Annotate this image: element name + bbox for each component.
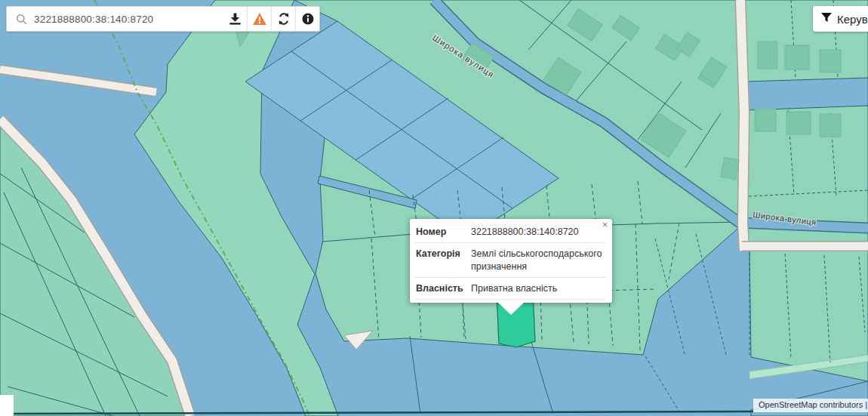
popup-label: Категорія [416,248,471,273]
popup-label: Номер [416,226,471,238]
parcel-info-popup: × Номер 3221888800:38:140:8720 Категорія… [410,219,612,303]
search-input[interactable]: 3221888800:38:140:8720 [34,14,223,25]
popup-row-category: Категорія Землі сільськогосподарського п… [416,243,605,278]
layers-button[interactable]: Керування [813,6,868,32]
popup-close-button[interactable]: × [602,220,608,230]
popup-value: Приватна власність [471,282,605,294]
layers-button-label: Керування [837,13,868,26]
map-canvas[interactable]: Широка вулиця Широка вулиця [0,0,868,416]
blue-channel [746,78,868,110]
filter-icon [821,12,832,26]
popup-row-number: Номер 3221888800:38:140:8720 [416,221,605,243]
popup-value: 3221888800:38:140:8720 [471,226,605,238]
popup-label: Власність [416,282,471,294]
map-attribution: OpenStreetMap contributors | [753,399,868,412]
download-button[interactable] [223,7,247,31]
info-button[interactable] [295,7,319,31]
warning-button[interactable] [247,7,271,31]
search-icon [7,14,34,25]
corner-white-box [0,395,14,416]
cadastral-map-app: Широка вулиця Широка вулиця 3221888800:3… [0,0,868,416]
refresh-button[interactable] [271,7,295,31]
popup-row-ownership: Власність Приватна власність [416,278,605,300]
popup-tail [498,303,524,315]
search-toolbar: 3221888800:38:140:8720 [6,6,320,32]
popup-value: Землі сільськогосподарського призначення [471,248,605,273]
